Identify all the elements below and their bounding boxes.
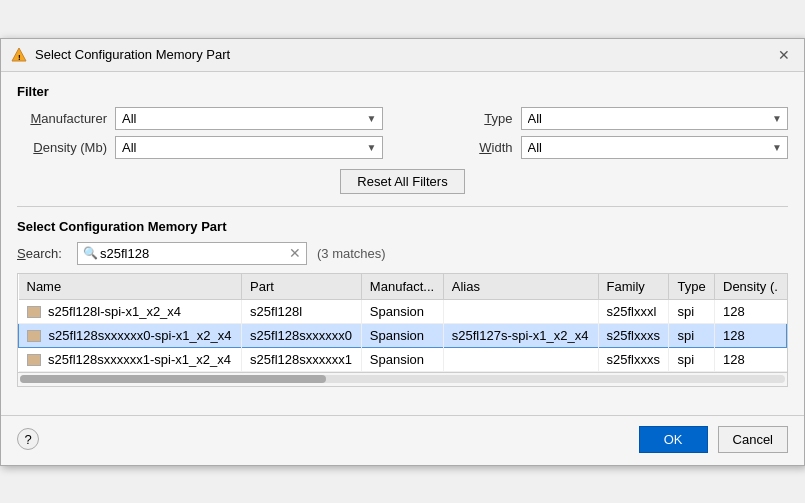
width-select-wrapper: All ▼ [521,136,789,159]
cell-alias: s25fl127s-spi-x1_x2_x4 [443,323,598,347]
col-name: Name [19,274,242,300]
manufacturer-row: Manufacturer All ▼ [17,107,383,130]
width-label: Width [423,140,513,155]
part-icon [27,306,41,318]
title-bar: ! Select Configuration Memory Part ✕ [1,39,804,72]
density-label: Density (Mb) [17,140,107,155]
close-button[interactable]: ✕ [774,45,794,65]
density-row: Density (Mb) All ▼ [17,136,383,159]
search-clear-icon[interactable]: ✕ [289,246,301,260]
table-body: s25fl128l-spi-x1_x2_x4 s25fl128l Spansio… [19,299,787,371]
reset-btn-row: Reset All Filters [17,169,788,194]
col-alias: Alias [443,274,598,300]
manufacturer-select-wrapper: All ▼ [115,107,383,130]
cell-density: 128 [715,347,787,371]
cell-part: s25fl128sxxxxxx0 [242,323,362,347]
parts-table: Name Part Manufact... Alias Family Type … [18,274,787,372]
cell-name: s25fl128sxxxxxx0-spi-x1_x2_x4 [19,323,242,347]
reset-filters-button[interactable]: Reset All Filters [340,169,464,194]
cell-family: s25flxxxs [598,323,669,347]
density-select-wrapper: All ▼ [115,136,383,159]
density-select[interactable]: All [115,136,383,159]
table-wrapper[interactable]: Name Part Manufact... Alias Family Type … [18,274,787,372]
type-select[interactable]: All [521,107,789,130]
cell-alias [443,347,598,371]
cell-type: spi [669,347,715,371]
help-button[interactable]: ? [17,428,39,450]
table-row[interactable]: s25fl128sxxxxxx1-spi-x1_x2_x4 s25fl128sx… [19,347,787,371]
dialog-container: ! Select Configuration Memory Part ✕ Fil… [0,38,805,466]
cell-name: s25fl128sxxxxxx1-spi-x1_x2_x4 [19,347,242,371]
title-bar-left: ! Select Configuration Memory Part [11,47,230,63]
search-row: Search: 🔍 ✕ (3 matches) [17,242,788,265]
scrollbar-thumb [20,375,326,383]
search-input-wrapper: 🔍 ✕ [77,242,307,265]
cell-part: s25fl128sxxxxxx1 [242,347,362,371]
horizontal-scrollbar[interactable] [18,372,787,386]
search-icon: 🔍 [83,246,98,260]
part-icon [27,330,41,342]
width-row: Width All ▼ [423,136,789,159]
table-row[interactable]: s25fl128sxxxxxx0-spi-x1_x2_x4 s25fl128sx… [19,323,787,347]
ok-button[interactable]: OK [639,426,708,453]
cell-family: s25flxxxs [598,347,669,371]
cancel-button[interactable]: Cancel [718,426,788,453]
table-section-title: Select Configuration Memory Part [17,219,788,234]
col-family: Family [598,274,669,300]
filter-grid: Manufacturer All ▼ Type [17,107,788,159]
table-row[interactable]: s25fl128l-spi-x1_x2_x4 s25fl128l Spansio… [19,299,787,323]
search-section: Select Configuration Memory Part Search:… [17,219,788,387]
part-icon [27,354,41,366]
filter-section: Filter Manufacturer All ▼ [17,84,788,207]
col-manufacturer: Manufact... [361,274,443,300]
table-container: Name Part Manufact... Alias Family Type … [17,273,788,387]
svg-text:!: ! [18,53,21,62]
cell-density: 128 [715,323,787,347]
col-density: Density (. [715,274,787,300]
col-part: Part [242,274,362,300]
dialog-body: Filter Manufacturer All ▼ [1,72,804,407]
manufacturer-select[interactable]: All [115,107,383,130]
cell-manufacturer: Spansion [361,347,443,371]
col-type: Type [669,274,715,300]
type-row: Type All ▼ [423,107,789,130]
width-select[interactable]: All [521,136,789,159]
app-icon: ! [11,47,27,63]
manufacturer-label: Manufacturer [17,111,107,126]
type-label: Type [423,111,513,126]
cell-alias [443,299,598,323]
search-input[interactable] [77,242,307,265]
cell-manufacturer: Spansion [361,323,443,347]
filter-label: Filter [17,84,788,99]
footer-buttons: OK Cancel [639,426,788,453]
cell-part: s25fl128l [242,299,362,323]
cell-type: spi [669,299,715,323]
matches-text: (3 matches) [317,246,386,261]
dialog-title: Select Configuration Memory Part [35,47,230,62]
cell-type: spi [669,323,715,347]
cell-family: s25flxxxl [598,299,669,323]
cell-manufacturer: Spansion [361,299,443,323]
cell-name: s25fl128l-spi-x1_x2_x4 [19,299,242,323]
footer: ? OK Cancel [1,415,804,465]
search-label: Search: [17,246,67,261]
scrollbar-track [20,375,785,383]
cell-density: 128 [715,299,787,323]
table-header: Name Part Manufact... Alias Family Type … [19,274,787,300]
type-select-wrapper: All ▼ [521,107,789,130]
